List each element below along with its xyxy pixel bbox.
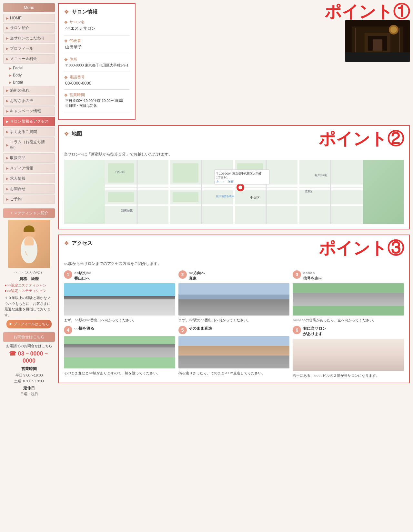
contact-section-header: お問合せはこちら	[3, 332, 55, 342]
asterisk-icon: ❖	[64, 75, 68, 80]
svg-rect-8	[373, 39, 382, 51]
profile-button[interactable]: ▶ プロフィールはこちら	[6, 320, 52, 328]
chevron-icon: ▶	[6, 197, 9, 201]
svg-text:亀戸天神社: 亀戸天神社	[315, 174, 327, 177]
svg-text:ルート　保存: ルート 保存	[216, 180, 234, 183]
svg-point-10	[390, 26, 397, 33]
chevron-icon: ▶	[6, 57, 9, 61]
chevron-icon: ▶	[6, 36, 9, 40]
chevron-icon: ▶	[6, 120, 9, 123]
step-image	[293, 339, 404, 371]
esthetician-name: ○○○○（ふりがな）	[3, 270, 55, 275]
chevron-icon: ▶	[9, 66, 12, 70]
chevron-icon: ▶	[6, 177, 9, 180]
chevron-icon: ▶	[6, 143, 9, 147]
sidebar-nav-item[interactable]: ▶求人情報	[3, 174, 55, 183]
svg-text:江東区: 江東区	[305, 190, 313, 193]
info-value: 03-0000-0000	[64, 81, 130, 85]
esthetician-bio: １０年以上の経験と確かなノウハウをもとに、お客さまに最適な施術を目指しております…	[3, 295, 55, 318]
access-step: 6 右に当サロンがあります 右手にある、○○○○ビルの２階が当サロンになります。	[293, 326, 404, 378]
salon-info-icon: ❖	[64, 8, 69, 15]
access-step: 3 ○○○○○信号を左へ ○○○○○○の信号があったら、左へ向かってください。	[293, 270, 404, 323]
step-number: 2	[178, 270, 187, 279]
info-label: ❖ 住所	[64, 57, 130, 62]
step-title: そのまま直進	[189, 326, 290, 331]
step-desc: 橋を渡りきったら、そのまま200m直進してください。	[178, 370, 290, 376]
access-description: ○○駅から当サロンまでのアクセス方法をご紹介します。	[64, 261, 404, 266]
info-label: ❖ サロン名	[64, 19, 130, 25]
asterisk-icon: ❖	[64, 93, 68, 98]
step-desc: まず、○○駅の○○番出口へ向かってください。	[178, 317, 290, 323]
sidebar-nav-item[interactable]: ▶キャンペーン情報	[3, 106, 55, 116]
step-title: 右に当サロンがあります	[303, 326, 404, 337]
info-label: ❖ 電話番号	[64, 75, 130, 80]
access-section-icon: ❖	[64, 240, 69, 247]
chevron-icon: ▶	[6, 26, 9, 30]
sidebar-nav-item[interactable]: ▶プロフィール	[3, 44, 55, 53]
esthetician-cert: ●○○認定エステティシャン	[3, 283, 55, 288]
step-desc: ○○○○○○の信号があったら、左へ向かってください。	[293, 317, 404, 323]
step-desc: まず、○○駅の○○番出口へ向かってください。	[64, 317, 175, 323]
sidebar-nav-item[interactable]: ▶よくあるご質問	[3, 127, 55, 136]
salon-info-box: ❖ サロン情報 ❖ サロン名 ○○エステサロン ❖ 代表者 山田華子 ❖ 住所 …	[58, 3, 136, 120]
step-header: 4 ○○橋を渡る	[64, 326, 175, 334]
chevron-icon: ▶	[9, 81, 12, 84]
sidebar-nav-item[interactable]: ▶お客さまの声	[3, 96, 55, 105]
sidebar: Menu ▶HOME▶サロン紹介▶当サロンのこだわり▶プロフィール▶メニュー＆料…	[3, 3, 55, 396]
main-content: ❖ サロン情報 ❖ サロン名 ○○エステサロン ❖ 代表者 山田華子 ❖ 住所 …	[58, 3, 410, 396]
chevron-icon: ▶	[6, 187, 9, 191]
sidebar-nav-item[interactable]: ▶ご予約	[3, 195, 55, 204]
info-label: ❖ 営業時間	[64, 92, 130, 98]
access-step: 1 ○○駅の○○番出口へ まず、○○駅の○○番出口へ向かってください。	[64, 270, 175, 323]
step-image	[64, 336, 175, 368]
sidebar-sub-item[interactable]: ▶Body	[3, 72, 55, 79]
hours-text: 平日 9:00〜19:00土曜 10:00〜19:00	[3, 373, 55, 384]
esthetician-cert: ●○○認定エステティシャン	[3, 288, 55, 293]
hours-title: 営業時間	[3, 366, 55, 372]
access-section-title: アクセス	[72, 240, 92, 247]
step-desc: 右手にある、○○○○ビルの２階が当サロンになります。	[293, 373, 404, 378]
step-header: 5 そのまま直進	[178, 326, 290, 334]
sidebar-sub-item[interactable]: ▶Bridal	[3, 79, 55, 86]
sidebar-nav-item[interactable]: ▶お問合せ	[3, 184, 55, 194]
sidebar-nav-item[interactable]: ▶メニュー＆料金	[3, 54, 55, 64]
access-step: 5 そのまま直進 橋を渡りきったら、そのまま200m直進してください。	[178, 326, 290, 378]
salon-info-field: ❖ 代表者 山田華子	[64, 38, 130, 50]
chevron-icon: ▶	[6, 156, 9, 160]
sidebar-nav-item[interactable]: ▶当サロンのこだわり	[3, 34, 55, 43]
point1-label: ポイント①	[139, 3, 410, 20]
esthetician-title: 資格、経歴	[3, 276, 55, 282]
info-value: 〒000-0000 東京都千代田区大手町1-9-1	[64, 63, 130, 68]
map-section-title: 地図	[72, 131, 82, 137]
sidebar-nav-item[interactable]: ▶コラム（お役立ち情報）	[3, 137, 55, 152]
svg-rect-12	[355, 28, 356, 52]
sidebar-sub-item[interactable]: ▶Facial	[3, 65, 55, 72]
contact-phone[interactable]: ☎ 03－0000－0000	[3, 350, 55, 364]
salon-exterior-photo	[345, 20, 410, 62]
chevron-icon: ▶	[6, 16, 9, 20]
step-number: 3	[293, 270, 301, 279]
esthetician-section-header: エステティシャン紹介	[3, 208, 55, 218]
svg-text:〒100-0004 東京都千代田区大手町: 〒100-0004 東京都千代田区大手町	[216, 172, 261, 175]
info-value: 山田華子	[64, 44, 130, 50]
map-placeholder[interactable]: 〒100-0004 東京都千代田区大手町 1丁目9-1 ルート 保存 拡大地図を…	[64, 160, 404, 224]
chevron-icon: ▶	[6, 99, 9, 103]
step-header: 6 右に当サロンがあります	[293, 326, 404, 337]
sidebar-nav-item[interactable]: ▶メディア情報	[3, 164, 55, 173]
map-section-icon: ❖	[64, 130, 69, 137]
sidebar-nav-item[interactable]: ▶取扱商品	[3, 153, 55, 163]
sidebar-nav-item[interactable]: ▶HOME	[3, 14, 55, 22]
step-image	[178, 283, 290, 316]
access-step: 2 ○○方向へ直進 まず、○○駅の○○番出口へ向かってください。	[178, 270, 290, 323]
step-image	[178, 336, 290, 368]
access-section: ❖ アクセス ポイント③ ○○駅から当サロンまでのアクセス方法をご紹介します。 …	[58, 235, 410, 383]
chevron-icon: ▶	[6, 109, 9, 113]
step-number: 5	[178, 326, 187, 334]
point3-label: ポイント③	[319, 240, 404, 256]
sidebar-nav-item[interactable]: ▶施術の流れ	[3, 86, 55, 95]
step-title: ○○駅の○○番出口へ	[74, 270, 175, 281]
sidebar-nav-item[interactable]: ▶サロン情報＆アクセス	[3, 117, 55, 126]
svg-text:中央区: 中央区	[250, 196, 260, 199]
sidebar-nav-item[interactable]: ▶サロン紹介	[3, 23, 55, 33]
map-description: 当サロンへは「新宿駅から徒歩５分」でお越しいただけます。	[64, 152, 404, 157]
